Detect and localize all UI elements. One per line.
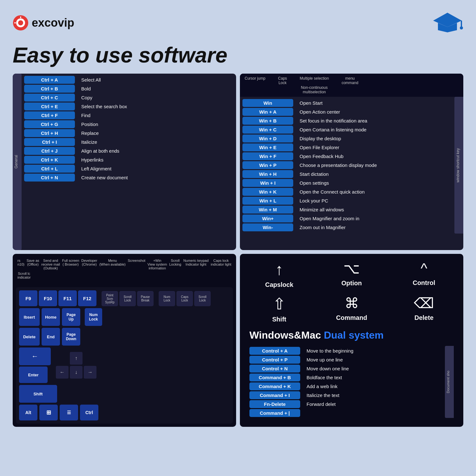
key-shift[interactable]: Shift: [19, 385, 57, 403]
key-right[interactable]: →: [84, 366, 96, 379]
windows-part: Windows&Mac: [249, 329, 324, 341]
key-scroll-lock[interactable]: ScrollLock: [119, 291, 136, 306]
delete-symbol: ⌫: [414, 295, 434, 312]
up-arrow-row: ↑: [56, 352, 96, 365]
logo-area: excovip: [13, 15, 74, 31]
shortcut-ctrl-c: Ctrl + CCopy: [24, 94, 234, 102]
shortcut-win-a: Win + AOpen Action center: [242, 108, 452, 116]
shortcut-win-l: Win + LLock your PC: [242, 197, 452, 205]
numlock-group: NumLock: [85, 308, 102, 326]
shift-label: Shift: [272, 316, 286, 323]
bottom-modifier-row: Alt ⊞ ☰ Ctrl: [19, 405, 230, 420]
nav-group-2: Delete End PageDown: [19, 328, 80, 346]
shortcut-win-m: Win + MMinimize all windows: [242, 206, 452, 214]
general-label: General: [13, 74, 22, 250]
command-label: Command: [336, 314, 367, 321]
key-num-lock-2[interactable]: NumLock: [85, 308, 102, 326]
big-arrow-area: ← Enter: [19, 347, 51, 383]
shortcut-win-d: Win + DDisplay the desktop: [242, 135, 452, 142]
key-pnt-scm-sysrp[interactable]: PeintScmSysRp: [102, 291, 118, 306]
shortcut-fn-delete: Fn-DeleteForward delet: [249, 400, 445, 408]
mortarboard-icon: [432, 10, 463, 36]
svg-marker-3: [433, 13, 462, 27]
key-menu-bottom[interactable]: ☰: [60, 405, 78, 420]
shift-symbol: ⇧: [273, 295, 286, 313]
shortcut-win-b: Win + BSet focus in the notification are…: [242, 117, 452, 125]
key-alt[interactable]: Alt: [19, 405, 37, 420]
key-left-arrow[interactable]: ←: [19, 347, 51, 365]
shortcut-ctrl-k: Ctrl + KHyperlinks: [24, 156, 234, 164]
keyboard-panel: rs n10) Save as(Office) Send andreceive …: [13, 254, 236, 427]
label-menu: Menu(When available): [99, 259, 126, 270]
key-enter[interactable]: Enter: [19, 367, 48, 383]
general-rows: Ctrl + ASelect All Ctrl + BBold Ctrl + C…: [22, 74, 236, 250]
key-caps-lock-kb[interactable]: CapsLock: [176, 291, 193, 306]
shortcut-win-f: Win + FOpen Feedback Hub: [242, 152, 452, 160]
key-f9[interactable]: F9: [19, 290, 37, 306]
shortcut-ctrl-b: Ctrl + BBold: [24, 85, 234, 93]
nav-row-2: Delete End PageDown: [19, 328, 230, 346]
arrow-cluster: ↑ ← ↓ →: [56, 352, 96, 379]
shortcut-win-plus: Win+Open Magnifier and zoom in: [242, 215, 452, 222]
shortcut-command-k: Command + KAdd a web link: [249, 382, 445, 390]
title-area: Easy to use software: [13, 43, 463, 67]
command-symbol: ⌘: [345, 295, 359, 312]
key-home[interactable]: Home: [42, 308, 60, 326]
label-rs: rs n10): [17, 259, 24, 270]
key-end[interactable]: End: [42, 328, 60, 346]
key-left[interactable]: ←: [56, 366, 69, 379]
logo-text: excovip: [32, 16, 74, 30]
doc-shortcuts-container: Control + AMove to the beginning Control…: [249, 346, 454, 418]
key-scroll-lock-kb[interactable]: ScrollLock: [194, 291, 211, 306]
control-symbol: ^: [420, 260, 427, 277]
key-f10[interactable]: F10: [39, 290, 57, 306]
capslock-symbol: ↑: [275, 260, 283, 279]
svg-point-2: [18, 20, 23, 25]
shortcut-ctrl-i: Ctrl + IItalicize: [24, 138, 234, 146]
key-ctrl-bottom[interactable]: Ctrl: [80, 405, 98, 420]
nav-group-1: Ibsert Home PageUp: [19, 308, 80, 326]
mac-command-item: ⌘ Command: [322, 295, 381, 323]
key-page-up[interactable]: PageUp: [62, 308, 80, 326]
key-page-down[interactable]: PageDown: [62, 328, 80, 346]
key-f11[interactable]: F11: [58, 290, 77, 306]
content-grid: General Ctrl + ASelect All Ctrl + BBold …: [6, 74, 470, 427]
key-f12[interactable]: F12: [78, 290, 96, 306]
dual-system-title: Windows&Mac Dual system: [249, 329, 454, 341]
mac-keys-grid: ↑ Capslock ⌥ Option ^ Control ⇧ Shift ⌘: [249, 260, 454, 323]
shortcut-ctrl-a: Ctrl + ASelect All: [24, 76, 234, 84]
key-up[interactable]: ↑: [70, 352, 83, 365]
shortcut-ctrl-e: Ctrl + ESelect the search box: [24, 102, 234, 110]
header: excovip: [6, 6, 470, 39]
bottom-row: Shift: [19, 385, 230, 403]
key-ibsert[interactable]: Ibsert: [19, 308, 40, 326]
key-delete[interactable]: Delete: [19, 328, 40, 346]
keyboard-visual: F9 F10 F11 F12 PeintScmSysRp ScrollLock …: [16, 287, 233, 424]
shortcut-command-pipe: Command + |: [249, 409, 445, 417]
shortcut-win-c: Win + COpen Cortana in listening mode: [242, 126, 452, 134]
shortcut-win-i: Win + IOpen settings: [242, 179, 452, 187]
key-num-lock[interactable]: NumLock: [159, 291, 175, 306]
shortcut-win-h: Win + HStart dictation: [242, 170, 452, 178]
svg-point-6: [460, 26, 463, 30]
shortcut-ctrl-f: Ctrl + FFind: [24, 111, 234, 119]
doc-section-label: Document sho: [445, 346, 454, 418]
caps-lock-group: Caps Lock: [278, 76, 287, 94]
lock-keys-group: NumLock CapsLock ScrollLock: [159, 291, 211, 306]
key-down[interactable]: ↓: [70, 366, 83, 379]
shortcut-win-k: Win + KOpen the Connect quick action: [242, 188, 452, 196]
mac-delete-item: ⌫ Delete: [394, 295, 454, 323]
shortcut-command-i: Command + IItalicize the text: [249, 391, 445, 399]
shortcut-win-minus: Win-Zoom out in Magnifier: [242, 223, 452, 231]
shortcut-ctrl-g: Ctrl + GPosition: [24, 120, 234, 128]
fkey-row: F9 F10 F11 F12 PeintScmSysRp ScrollLock …: [19, 290, 230, 306]
label-save-as: Save as(Office): [27, 259, 39, 270]
key-win-bottom[interactable]: ⊞: [39, 405, 58, 420]
multiple-selection-group: Multiple selection Non-continuous multis…: [300, 76, 329, 94]
key-pause-break[interactable]: PauseBreak: [137, 291, 154, 306]
win-info-bar: Cursor jump Caps Lock Multiple selection…: [240, 74, 463, 97]
label-numpad-indicator: Numeric keypadIndicator light: [183, 259, 208, 270]
shortcut-win-e: Win + EOpen File Explorer: [242, 143, 452, 151]
lr-arrow-row: ← ↓ →: [56, 366, 96, 379]
menu-command-group: menu command: [341, 76, 358, 94]
